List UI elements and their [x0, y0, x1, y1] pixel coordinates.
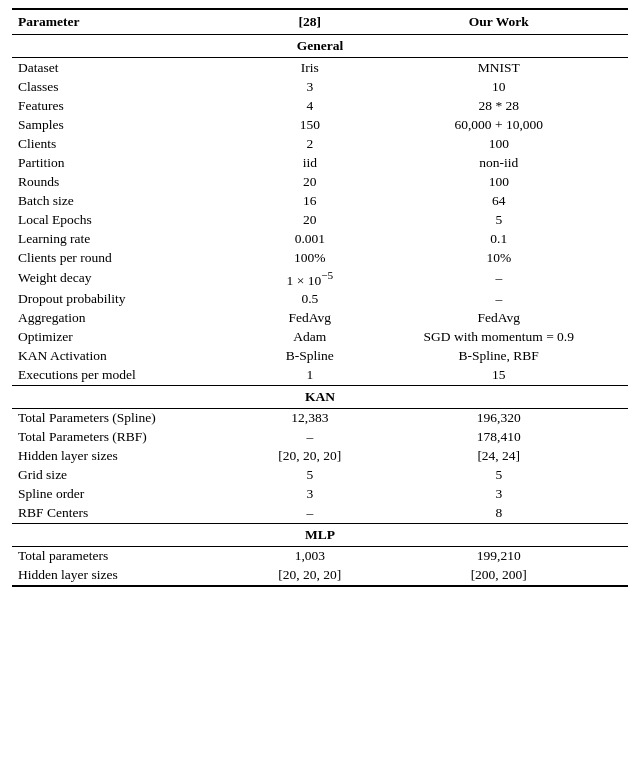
table-row: RBF Centers–8: [12, 504, 628, 524]
param-value: [20, 20, 20]: [250, 566, 369, 586]
param-value: 12,383: [250, 408, 369, 428]
table-header-row: Parameter [28] Our Work: [12, 9, 628, 35]
param-label: RBF Centers: [12, 504, 250, 524]
param-value: 1 × 10−5: [250, 267, 369, 290]
param-label: Hidden layer sizes: [12, 566, 250, 586]
param-label: Learning rate: [12, 229, 250, 248]
param-label: Clients per round: [12, 248, 250, 267]
param-label: Classes: [12, 77, 250, 96]
param-label: Weight decay: [12, 267, 250, 290]
param-value: 10: [370, 77, 628, 96]
param-value: [24, 24]: [370, 447, 628, 466]
param-value: Iris: [250, 58, 369, 78]
param-label: Local Epochs: [12, 210, 250, 229]
param-value: 60,000 + 10,000: [370, 115, 628, 134]
param-value: –: [370, 290, 628, 309]
param-value: [200, 200]: [370, 566, 628, 586]
section-header-general: General: [12, 35, 628, 58]
param-value: FedAvg: [370, 309, 628, 328]
table-row: Grid size55: [12, 466, 628, 485]
table-row: Total parameters1,003199,210: [12, 546, 628, 566]
param-value: 5: [370, 466, 628, 485]
param-value: MNIST: [370, 58, 628, 78]
param-label: Batch size: [12, 191, 250, 210]
param-label: Dropout probability: [12, 290, 250, 309]
param-value: –: [370, 267, 628, 290]
param-value: 199,210: [370, 546, 628, 566]
param-value: Adam: [250, 328, 369, 347]
table-row: DatasetIrisMNIST: [12, 58, 628, 78]
param-label: Aggregation: [12, 309, 250, 328]
param-value: 15: [370, 366, 628, 386]
table-row: OptimizerAdamSGD with momentum = 0.9: [12, 328, 628, 347]
param-label: Clients: [12, 134, 250, 153]
param-value: FedAvg: [250, 309, 369, 328]
param-value: –: [250, 428, 369, 447]
param-value: 28 * 28: [370, 96, 628, 115]
table-row: Rounds20100: [12, 172, 628, 191]
param-label: Total Parameters (Spline): [12, 408, 250, 428]
param-value: 5: [250, 466, 369, 485]
param-value: 0.001: [250, 229, 369, 248]
param-value: 10%: [370, 248, 628, 267]
table-row: Features428 * 28: [12, 96, 628, 115]
param-label: Grid size: [12, 466, 250, 485]
param-value: SGD with momentum = 0.9: [370, 328, 628, 347]
param-label: Samples: [12, 115, 250, 134]
param-value: 16: [250, 191, 369, 210]
param-label: Total parameters: [12, 546, 250, 566]
table-row: Executions per model115: [12, 366, 628, 386]
param-value: 3: [370, 485, 628, 504]
section-header-mlp: MLP: [12, 523, 628, 546]
table-row: Local Epochs205: [12, 210, 628, 229]
comparison-table: Parameter [28] Our Work GeneralDatasetIr…: [12, 8, 628, 587]
param-value: non-iid: [370, 153, 628, 172]
param-label: KAN Activation: [12, 347, 250, 366]
param-value: 3: [250, 77, 369, 96]
param-value: 4: [250, 96, 369, 115]
col-header-28: [28]: [250, 9, 369, 35]
table-row: Clients2100: [12, 134, 628, 153]
param-value: 196,320: [370, 408, 628, 428]
col-header-ourwork: Our Work: [370, 9, 628, 35]
param-value: B-Spline, RBF: [370, 347, 628, 366]
table-row: Hidden layer sizes[20, 20, 20][200, 200]: [12, 566, 628, 586]
param-label: Dataset: [12, 58, 250, 78]
param-label: Optimizer: [12, 328, 250, 347]
table-row: Hidden layer sizes[20, 20, 20][24, 24]: [12, 447, 628, 466]
param-value: 8: [370, 504, 628, 524]
param-label: Hidden layer sizes: [12, 447, 250, 466]
table-row: Samples15060,000 + 10,000: [12, 115, 628, 134]
param-value: 0.1: [370, 229, 628, 248]
table-row: Learning rate0.0010.1: [12, 229, 628, 248]
table-row: Clients per round100%10%: [12, 248, 628, 267]
param-label: Spline order: [12, 485, 250, 504]
param-value: iid: [250, 153, 369, 172]
param-value: 20: [250, 172, 369, 191]
table-row: Batch size1664: [12, 191, 628, 210]
param-value: 100%: [250, 248, 369, 267]
param-value: 1,003: [250, 546, 369, 566]
param-label: Features: [12, 96, 250, 115]
col-header-parameter: Parameter: [12, 9, 250, 35]
param-value: 3: [250, 485, 369, 504]
table-row: Dropout probability0.5–: [12, 290, 628, 309]
param-value: 100: [370, 172, 628, 191]
table-row: Spline order33: [12, 485, 628, 504]
param-label: Total Parameters (RBF): [12, 428, 250, 447]
table-row: Classes310: [12, 77, 628, 96]
param-value: 64: [370, 191, 628, 210]
table-row: Partitioniidnon-iid: [12, 153, 628, 172]
param-value: –: [250, 504, 369, 524]
param-value: 1: [250, 366, 369, 386]
param-label: Executions per model: [12, 366, 250, 386]
table-row: Total Parameters (RBF)–178,410: [12, 428, 628, 447]
section-header-kan: KAN: [12, 385, 628, 408]
param-value: 20: [250, 210, 369, 229]
table-row: AggregationFedAvgFedAvg: [12, 309, 628, 328]
param-value: 150: [250, 115, 369, 134]
param-value: 2: [250, 134, 369, 153]
param-value: [20, 20, 20]: [250, 447, 369, 466]
param-label: Rounds: [12, 172, 250, 191]
param-value: B-Spline: [250, 347, 369, 366]
